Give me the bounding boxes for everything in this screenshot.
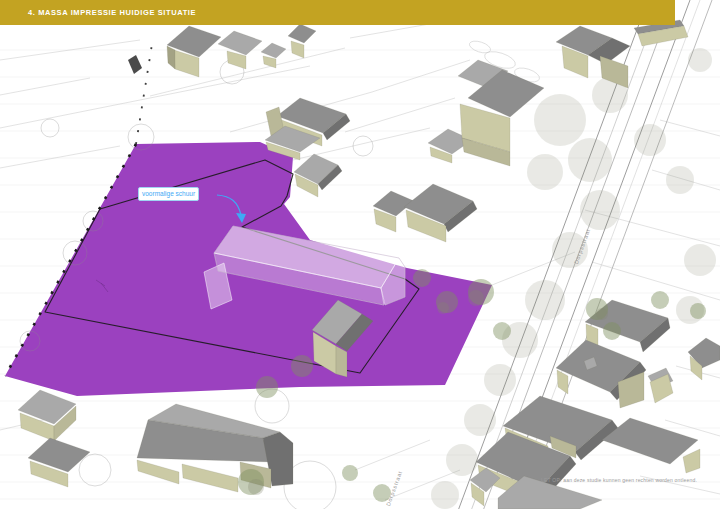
scene-svg: Dorpsstraat Dorpsstraat <box>0 0 720 509</box>
title-banner: 4. MASSA IMPRESSIE HUIDIGE SITUATIE <box>0 0 675 25</box>
banner-title: 4. MASSA IMPRESSIE HUIDIGE SITUATIE <box>28 8 196 17</box>
massing-impression-canvas: Dorpsstraat Dorpsstraat 4. MASSA IMPRESS… <box>0 0 720 509</box>
boundary-mark <box>128 55 142 74</box>
building-3d-north-large <box>458 60 544 166</box>
building-3d-northeast <box>556 26 630 88</box>
annotation-label: voormalige schuur <box>138 187 199 201</box>
disclaimer-text: LET OP: aan deze studie kunnen geen rech… <box>541 477 697 483</box>
building-3d-north-pair <box>373 184 477 242</box>
building-3d-notch-house <box>294 154 342 197</box>
building-3d-west <box>265 98 350 160</box>
building-3d-south-barn <box>137 404 293 492</box>
